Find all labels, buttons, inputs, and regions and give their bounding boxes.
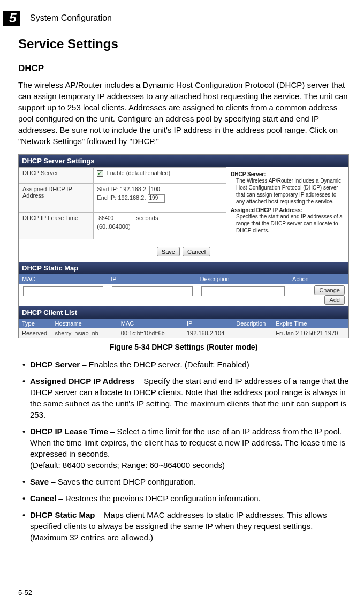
help-text-1: The Wireless AP/Router includes a Dynami… <box>236 177 344 205</box>
col-hostname: Hostname <box>52 319 118 328</box>
button-row: Save Cancel <box>19 239 348 262</box>
term: Save <box>30 477 49 486</box>
term-text: – Enables the DHCP server. (Default: Ena… <box>80 360 249 369</box>
static-ip-input[interactable] <box>112 286 192 296</box>
chapter-number: 5 <box>3 11 20 26</box>
chapter-title: System Configuration <box>30 13 112 23</box>
section-title: DHCP <box>18 63 349 74</box>
client-type: Reserved <box>19 328 52 338</box>
client-list-header: Type Hostname MAC IP Description Expire … <box>19 319 348 328</box>
page-number: 5-52 <box>18 588 32 597</box>
client-row: Reserved sherry_hsiao_nb 00:1c:bf:10:df:… <box>19 328 348 338</box>
col-ip: IP <box>108 274 196 284</box>
client-expire: Fri Jan 2 16:50:21 1970 <box>272 328 348 338</box>
client-desc <box>233 328 272 338</box>
lease-time-unit: seconds <box>136 215 158 221</box>
row-value-lease-time: 86400 seconds (60..864000) <box>94 213 226 239</box>
list-item: DHCP Static Map – Maps client MAC addres… <box>22 509 349 543</box>
description-list: DHCP Server – Enables the DHCP server. (… <box>18 359 349 543</box>
panel-dhcp-server-settings: DHCP Server Settings <box>19 155 348 167</box>
term-text: – Restores the previous DHCP configurati… <box>56 494 261 503</box>
settings-table: DHCP Server Enable (default:enabled) Ass… <box>19 167 226 239</box>
static-desc-input[interactable] <box>201 286 285 296</box>
help-text-2: Specifies the start and end IP addresses… <box>236 213 344 234</box>
col-mac2: MAC <box>118 319 184 328</box>
row-label-lease-time: DHCP IP Lease Time <box>19 213 94 239</box>
help-title-2: Assigned DHCP IP Address: <box>231 207 344 213</box>
end-ip-prefix: End IP: 192.168.2. <box>97 194 146 201</box>
row-label-dhcp-server: DHCP Server <box>19 168 94 184</box>
term: DHCP Static Map <box>30 510 95 519</box>
list-item: DHCP IP Lease Time – Select a time limit… <box>22 426 349 471</box>
col-mac: MAC <box>19 274 108 284</box>
figure-caption: Figure 5-34 DHCP Settings (Router mode) <box>18 343 349 351</box>
client-ip: 192.168.2.104 <box>184 328 233 338</box>
page-title: Service Settings <box>18 36 349 51</box>
panel-dhcp-static-map: DHCP Static Map <box>19 262 348 274</box>
figure-screenshot: DHCP Server Settings DHCP Server Enable … <box>18 154 349 338</box>
term: Assigned DHCP IP Address <box>30 376 135 386</box>
term-text: – Saves the current DHCP configuration. <box>49 477 196 486</box>
static-map-header: MAC IP Description Action <box>19 274 348 284</box>
client-mac: 00:1c:bf:10:df:6b <box>118 328 184 338</box>
row-value-assigned-ip: Start IP: 192.168.2. 100 End IP: 192.168… <box>94 183 226 213</box>
row-label-assigned-ip: Assigned DHCP IP Address <box>19 183 94 213</box>
static-map-row: Change Add <box>19 284 348 306</box>
start-ip-prefix: Start IP: 192.168.2. <box>97 186 148 192</box>
term: DHCP Server <box>30 360 80 369</box>
cancel-button[interactable]: Cancel <box>183 247 210 256</box>
term: Cancel <box>30 494 56 503</box>
col-ip2: IP <box>184 319 233 328</box>
enable-checkbox[interactable] <box>97 170 103 177</box>
lease-time-hint: (60..864000) <box>97 223 130 230</box>
change-button[interactable]: Change <box>314 285 345 295</box>
list-item: DHCP Server – Enables the DHCP server. (… <box>22 359 349 370</box>
list-item: Cancel – Restores the previous DHCP conf… <box>22 493 349 504</box>
enable-label: Enable (default:enabled) <box>106 170 170 176</box>
add-button[interactable]: Add <box>324 295 345 305</box>
panel-dhcp-client-list: DHCP Client List <box>19 306 348 319</box>
term: DHCP IP Lease Time <box>30 427 108 436</box>
static-mac-input[interactable] <box>23 286 103 296</box>
chapter-header: 5 System Configuration <box>18 11 349 26</box>
col-desc2: Description <box>233 319 272 328</box>
help-title-1: DHCP Server: <box>231 171 344 177</box>
client-hostname: sherry_hsiao_nb <box>52 328 118 338</box>
lease-time-input[interactable]: 86400 <box>97 215 134 223</box>
col-expire: Expire Time <box>272 319 348 328</box>
row-value-dhcp-server: Enable (default:enabled) <box>94 168 226 184</box>
save-button[interactable]: Save <box>157 247 180 256</box>
start-ip-input[interactable]: 100 <box>149 186 166 194</box>
help-panel: DHCP Server: The Wireless AP/Router incl… <box>226 167 348 239</box>
list-item: Assigned DHCP IP Address – Specify the s… <box>22 375 349 420</box>
col-type: Type <box>19 319 52 328</box>
end-ip-input[interactable]: 199 <box>148 194 165 203</box>
col-description: Description <box>197 274 289 284</box>
intro-paragraph: The wireless AP/Router includes a Dynami… <box>18 79 349 147</box>
list-item: Save – Saves the current DHCP configurat… <box>22 476 349 487</box>
col-action: Action <box>289 274 348 284</box>
